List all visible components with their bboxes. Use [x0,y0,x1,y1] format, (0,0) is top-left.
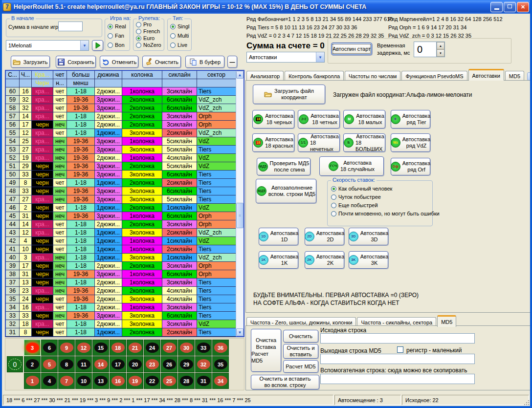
table-cell[interactable]: 12 [20,129,31,137]
table-cell[interactable]: кра... [32,320,53,328]
table-cell[interactable]: 31 [6,328,19,336]
table-cell[interactable]: чет [53,104,66,112]
bet-button-1d[interactable]: 1DАвтоставка1D [259,228,298,245]
roulette-cell[interactable]: 10 [75,373,92,389]
table-cell[interactable]: Tiers [197,328,236,336]
roulette-cell[interactable]: 11 [75,356,92,372]
load-button[interactable]: Загрузить [11,56,50,68]
table-cell[interactable]: 1сиклайн [162,204,197,212]
table-cell[interactable]: VdZ_zch [197,129,236,137]
table-cell[interactable]: 2колонка [122,204,162,212]
table-cell[interactable]: кра... [32,104,53,112]
start-sum-input[interactable] [58,21,83,31]
bet-button-ряд-orf[interactable]: ОфАвтоставкаряд Orf [391,158,430,175]
roulette-cell[interactable]: 30 [178,340,195,356]
radio-type-live[interactable]: Live [170,42,189,48]
table-cell[interactable]: 2дюжи... [95,287,122,295]
table-cell[interactable]: 6сиклайн [162,104,197,112]
roulette-cell-zero[interactable]: 0 [7,356,23,372]
bet-button-18-больших[interactable]: БАвтоставка18 БОЛЬШИХ [343,133,385,152]
column-header[interactable]: дюжина [95,71,122,79]
table-cell[interactable]: чет [53,237,66,245]
table-cell[interactable]: 59 [6,96,19,104]
md5-clear-paste-button[interactable]: Очистить ивставить [283,344,318,359]
table-cell[interactable]: 3сиклайн [162,87,197,95]
table-cell[interactable]: 27 [20,195,31,203]
table-cell[interactable]: 19-36 [67,195,94,203]
table-cell[interactable]: 5сиклайн [162,195,197,203]
table-cell[interactable]: 1-18 [67,237,94,245]
tab-scroll-left-icon[interactable]: ◄ [530,74,532,79]
table-cell[interactable]: 19-36 [67,312,94,320]
table-cell[interactable]: чет [53,229,66,236]
table-scrollbar[interactable]: ▲ ≡ ▼ [236,71,244,336]
table-cell[interactable]: 47 [6,195,19,203]
table-cell[interactable]: Tiers [197,287,236,295]
table-cell[interactable]: 32 [20,104,31,112]
table-cell[interactable]: 3сиклайн [162,112,197,120]
table-cell[interactable]: 13 [20,279,31,286]
table-cell[interactable]: 19-36 [67,137,94,145]
table-cell[interactable]: 16 [20,303,31,311]
table-cell[interactable]: Tiers [197,245,236,253]
table-cell[interactable]: кра... [32,87,53,95]
table-cell[interactable]: неч [53,137,66,145]
scroll-down-icon[interactable]: ▼ [236,328,244,336]
roulette-cell[interactable]: 17 [110,356,126,372]
bet-button-18-малых[interactable]: MАвтоставка18 малых [343,110,385,129]
table-cell[interactable]: кра... [32,96,53,104]
table-cell[interactable]: 2дюжи... [95,112,122,120]
roulette-cell[interactable]: 19 [127,373,143,389]
table-cell[interactable]: 3сиклайн [162,303,197,311]
roulette-cell[interactable]: 33 [195,340,212,356]
column-header[interactable] [122,79,162,87]
roulette-cell[interactable]: 28 [178,373,195,389]
table-cell[interactable]: 2сиклайн [162,229,197,236]
table-cell[interactable]: 1-18 [67,112,94,120]
table-cell[interactable]: черн [32,187,53,195]
load-coords-button[interactable]: Загрузить файл координат [253,85,325,104]
table-cell[interactable]: 19-36 [67,270,94,278]
roulette-cell[interactable]: 9 [58,340,75,356]
roulette-cell[interactable]: 3 [24,340,41,356]
table-cell[interactable]: 19-36 [67,187,94,195]
table-cell[interactable]: 2колонка [122,262,162,270]
table-cell[interactable]: 2дюжи... [95,220,122,228]
table-cell[interactable]: чет [53,328,66,336]
table-cell[interactable]: 1-18 [67,179,94,187]
md5-all-button[interactable]: Очистка Вставка Расчет MD5 [251,329,281,372]
table-cell[interactable]: 58 [6,104,19,112]
table-cell[interactable]: кра... [32,154,53,162]
table-cell[interactable]: VdZ [197,204,236,212]
tab-main-0[interactable]: Анализатор [246,71,284,81]
column-header[interactable] [6,79,19,87]
bet-button-ряд-tier[interactable]: ✳Автоставкаряд Tier [391,110,430,129]
table-cell[interactable]: 19-36 [67,146,94,153]
table-cell[interactable]: 43 [6,229,19,236]
bet-button-18-нечетных[interactable]: 1/1Автоставка18 нечетных [298,133,340,152]
bet-button-вспом-строки-мд5[interactable]: МД5Автозаполнениевспом. строки МД5 [256,179,316,203]
radio-speed-почти-мгновенно-но-могут-быть-ошибки[interactable]: Почти мгновенно, но могут быть ошибки [331,211,440,216]
table-cell[interactable]: черн [32,162,53,170]
table-cell[interactable]: 35 [6,295,19,303]
table-cell[interactable]: VdZ_zch [197,104,236,112]
table-cell[interactable]: 2дюжи... [95,87,122,95]
radio-speed-еще-побыстрей[interactable]: Еще побыстрей [331,202,440,208]
table-cell[interactable]: Tiers [197,303,236,311]
roulette-cell[interactable]: 24 [144,340,160,356]
roulette-cell[interactable]: 13 [92,373,109,389]
table-cell[interactable]: 3колонка [122,295,162,303]
table-cell[interactable]: Orph [197,121,236,129]
bet-button-18-четных[interactable]: 2/2Автоставка18 четных [298,110,340,129]
table-cell[interactable]: 1колонка [122,87,162,95]
table-cell[interactable]: черн [32,295,53,303]
bet-button-ряд-vdz[interactable]: WzАвтоставкаряд VdZ [391,133,430,152]
bet-button-1k[interactable]: 1KАвтоставка1K [259,251,298,269]
roulette-cell[interactable]: 27 [161,340,177,356]
table-cell[interactable]: Orph [197,220,236,228]
table-cell[interactable]: 6сиклайн [162,187,197,195]
roulette-cell[interactable]: 21 [127,340,143,356]
roulette-cell[interactable]: 1 [24,373,41,389]
table-cell[interactable]: 8 [20,328,31,336]
table-cell[interactable]: 19-36 [67,104,94,112]
